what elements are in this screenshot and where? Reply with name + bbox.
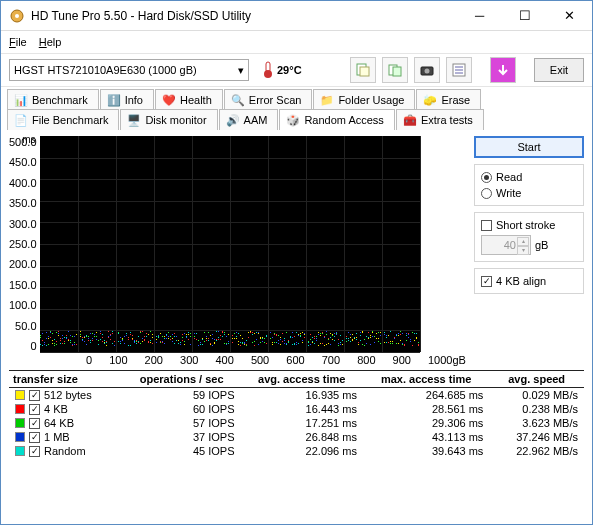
toolbar: HGST HTS721010A9E630 (1000 gB) ▾ 29°C Ex… <box>1 53 592 87</box>
chevron-down-icon: ▾ <box>238 64 244 77</box>
save-button[interactable] <box>490 57 516 83</box>
tab-info[interactable]: ℹ️Info <box>100 89 154 110</box>
tab-folder-usage[interactable]: 📁Folder Usage <box>313 89 415 110</box>
options-button[interactable] <box>446 57 472 83</box>
checkbox-icon <box>481 220 492 231</box>
series-swatch <box>15 418 25 428</box>
checkbox-icon[interactable]: ✓ <box>29 446 40 457</box>
check-short-stroke[interactable]: Short stroke <box>481 219 577 231</box>
align-panel: ✓4 KB align <box>474 268 584 294</box>
col-header: max. access time <box>363 371 489 388</box>
tab-aam[interactable]: 🔊AAM <box>219 109 279 130</box>
y-axis-unit: ms <box>22 134 35 145</box>
radio-write[interactable]: Write <box>481 187 577 199</box>
thermometer-icon <box>263 61 273 79</box>
col-header: operations / sec <box>123 371 241 388</box>
tab-container: 📊Benchmarkℹ️Info❤️Health🔍Error Scan📁Fold… <box>1 87 592 130</box>
series-swatch <box>15 432 25 442</box>
close-button[interactable]: ✕ <box>547 1 592 30</box>
tab-icon: 🖥️ <box>127 113 141 127</box>
checkbox-icon[interactable]: ✓ <box>29 390 40 401</box>
table-row: ✓1 MB37 IOPS26.848 ms43.113 ms37.246 MB/… <box>9 430 584 444</box>
menu-help[interactable]: Help <box>39 36 62 48</box>
radio-dot-icon <box>481 188 492 199</box>
chart-area: ms 500.0450.0400.0350.0300.0250.0200.015… <box>9 136 466 366</box>
tab-error-scan[interactable]: 🔍Error Scan <box>224 89 313 110</box>
tab-icon: ❤️ <box>162 93 176 107</box>
tab-icon: 🎲 <box>286 113 300 127</box>
title-bar: HD Tune Pro 5.50 - Hard Disk/SSD Utility… <box>1 1 592 31</box>
tab-disk-monitor[interactable]: 🖥️Disk monitor <box>120 109 217 130</box>
tab-random-access[interactable]: 🎲Random Access <box>279 109 394 130</box>
check-align[interactable]: ✓4 KB align <box>481 275 577 287</box>
col-header: avg. access time <box>241 371 363 388</box>
table-row: ✓Random45 IOPS22.096 ms39.643 ms22.962 M… <box>9 444 584 458</box>
maximize-button[interactable]: ☐ <box>502 1 547 30</box>
tab-icon: 📄 <box>14 113 28 127</box>
window-title: HD Tune Pro 5.50 - Hard Disk/SSD Utility <box>31 9 457 23</box>
radio-dot-icon <box>481 172 492 183</box>
checkbox-icon[interactable]: ✓ <box>29 418 40 429</box>
col-header: avg. speed <box>489 371 584 388</box>
table-row: ✓512 bytes59 IOPS16.935 ms264.685 ms0.02… <box>9 388 584 403</box>
start-button[interactable]: Start <box>474 136 584 158</box>
svg-point-1 <box>15 14 19 18</box>
series-swatch <box>15 446 25 456</box>
app-icon <box>9 8 25 24</box>
series-swatch <box>15 390 25 400</box>
table-row: ✓4 KB60 IOPS16.443 ms28.561 ms0.238 MB/s <box>9 402 584 416</box>
screenshot-button[interactable] <box>414 57 440 83</box>
minimize-button[interactable]: ─ <box>457 1 502 30</box>
exit-button[interactable]: Exit <box>534 58 584 82</box>
stroke-value-input: 40 ▴▾ <box>481 235 531 255</box>
col-header: transfer size <box>9 371 123 388</box>
tab-icon: ℹ️ <box>107 93 121 107</box>
tab-icon: 🧰 <box>403 113 417 127</box>
radio-read[interactable]: Read <box>481 171 577 183</box>
stroke-panel: Short stroke 40 ▴▾ gB <box>474 212 584 262</box>
tab-extra-tests[interactable]: 🧰Extra tests <box>396 109 484 130</box>
svg-point-3 <box>264 70 272 78</box>
results-table-wrap: transfer sizeoperations / secavg. access… <box>1 370 592 464</box>
x-axis: 01002003004005006007008009001000gB <box>86 352 466 366</box>
checkbox-icon[interactable]: ✓ <box>29 432 40 443</box>
copy-info-button[interactable] <box>350 57 376 83</box>
tab-icon: 📊 <box>14 93 28 107</box>
tab-icon: 🧽 <box>423 93 437 107</box>
svg-rect-7 <box>393 67 401 76</box>
drive-select-value: HGST HTS721010A9E630 (1000 gB) <box>14 64 197 76</box>
menu-bar: File Help <box>1 31 592 53</box>
temperature-display: 29°C <box>263 61 302 79</box>
tab-icon: 📁 <box>320 93 334 107</box>
series-swatch <box>15 404 25 414</box>
tab-benchmark[interactable]: 📊Benchmark <box>7 89 99 110</box>
tab-icon: 🔊 <box>226 113 240 127</box>
tab-erase[interactable]: 🧽Erase <box>416 89 481 110</box>
checkbox-icon: ✓ <box>481 276 492 287</box>
temperature-value: 29°C <box>277 64 302 76</box>
stroke-unit: gB <box>535 239 548 251</box>
copy-screenshot-button[interactable] <box>382 57 408 83</box>
tab-file-benchmark[interactable]: 📄File Benchmark <box>7 109 119 130</box>
tab-health[interactable]: ❤️Health <box>155 89 223 110</box>
table-row: ✓64 KB57 IOPS17.251 ms29.306 ms3.623 MB/… <box>9 416 584 430</box>
results-table: transfer sizeoperations / secavg. access… <box>9 370 584 458</box>
menu-file[interactable]: File <box>9 36 27 48</box>
side-panel: Start Read Write Short stroke 40 ▴▾ gB ✓… <box>474 136 584 366</box>
tab-icon: 🔍 <box>231 93 245 107</box>
mode-panel: Read Write <box>474 164 584 206</box>
y-axis: ms 500.0450.0400.0350.0300.0250.0200.015… <box>9 136 40 352</box>
spin-up-icon: ▴ <box>517 237 529 246</box>
checkbox-icon[interactable]: ✓ <box>29 404 40 415</box>
spin-down-icon: ▾ <box>517 246 529 255</box>
drive-select[interactable]: HGST HTS721010A9E630 (1000 gB) ▾ <box>9 59 249 81</box>
svg-rect-5 <box>360 67 369 76</box>
svg-point-9 <box>425 69 430 74</box>
scatter-plot <box>40 136 420 352</box>
